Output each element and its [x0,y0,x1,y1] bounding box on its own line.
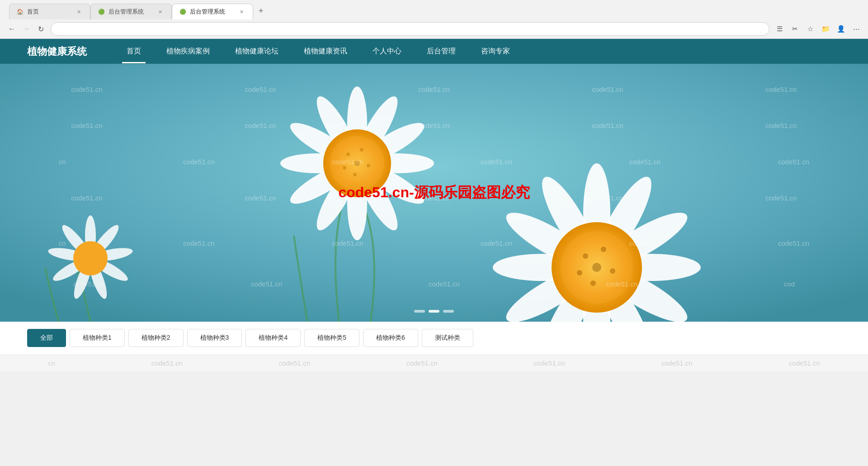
tab-1[interactable]: 🏠 首页 ✕ [9,4,90,19]
collections-icon[interactable]: 📁 [819,23,832,35]
site-logo: 植物健康系统 [27,45,87,58]
nav-news[interactable]: 植物健康资讯 [291,39,360,63]
tab-1-label: 首页 [27,8,39,16]
reload-button[interactable]: ↻ [34,23,47,35]
carousel-dots [414,310,454,313]
svg-point-18 [353,173,357,176]
cat-test[interactable]: 测试种类 [422,329,473,347]
svg-point-37 [610,268,615,274]
tab-bar: 🏠 首页 ✕ 🟢 后台管理系统 ✕ 🟢 后台管理系统 ✕ + [5,3,274,19]
category-bar: 全部 植物种类1 植物种类2 植物种类3 植物种类4 植物种类5 植物种类6 测… [0,322,868,355]
bottom-watermark-bar: cn code51.cn code51.cn code51.cn code51.… [0,355,868,371]
tab-2-close[interactable]: ✕ [156,8,164,16]
hero-center-text: code51.cn-源码乐园盗图必究 [338,183,529,203]
nav-disease-cases[interactable]: 植物疾病案例 [154,39,222,63]
tab-3[interactable]: 🟢 后台管理系统 ✕ [172,4,253,19]
svg-point-39 [577,270,582,276]
site-nav: 植物健康系统 首页 植物疾病案例 植物健康论坛 植物健康资讯 个人中心 后台管理… [0,39,868,64]
carousel-dot-1[interactable] [414,310,425,313]
bottom-wm3: code51.cn [279,359,310,367]
address-bar: ← → ↻ localhost:8080/springbootx2t46/fro… [0,19,868,38]
svg-point-35 [583,253,588,259]
nav-consult[interactable]: 咨询专家 [468,39,523,63]
browser-chrome: 🏠 首页 ✕ 🟢 后台管理系统 ✕ 🟢 后台管理系统 ✕ + ← → ↻ [0,0,868,39]
bottom-wm7: code51.cn [788,359,820,367]
svg-point-50 [73,241,108,276]
address-input[interactable]: localhost:8080/springbootx2t46/front/ind… [51,22,769,36]
bottom-wm4: code51.cn [406,359,438,367]
cat-6[interactable]: 植物种类6 [363,329,418,347]
cat-all[interactable]: 全部 [27,329,66,347]
profile-icon[interactable]: 👤 [835,23,847,35]
reader-view-icon[interactable]: ☰ [773,23,786,35]
bottom-wm2: code51.cn [151,359,183,367]
tab-3-favicon: 🟢 [179,9,186,15]
bottom-wm5: code51.cn [534,359,565,367]
cat-3[interactable]: 植物种类3 [187,329,242,347]
nav-home[interactable]: 首页 [114,39,154,63]
svg-point-15 [346,152,350,156]
hero-banner: code51.cn code51.cn code51.cn code51.cn … [0,64,868,322]
nav-controls: ← → ↻ [5,23,47,35]
cat-2[interactable]: 植物种类2 [128,329,184,347]
svg-point-38 [590,281,596,286]
more-icon[interactable]: ⋯ [850,23,863,35]
back-button[interactable]: ← [5,23,18,35]
tab-3-close[interactable]: ✕ [238,8,245,16]
web-capture-icon[interactable]: ✂ [788,23,801,35]
nav-forum[interactable]: 植物健康论坛 [222,39,291,63]
forward-button[interactable]: → [20,23,33,35]
tab-3-label: 后台管理系统 [190,8,225,16]
new-tab-button[interactable]: + [253,3,269,19]
svg-point-17 [367,164,370,167]
carousel-dot-2[interactable] [429,310,439,313]
nav-links: 首页 植物疾病案例 植物健康论坛 植物健康资讯 个人中心 后台管理 咨询专家 [114,39,841,63]
favorites-icon[interactable]: ☆ [804,23,816,35]
tab-1-favicon: 🏠 [17,9,24,15]
toolbar-icons: ☰ ✂ ☆ 📁 👤 ⋯ [773,23,863,35]
tab-2-favicon: 🟢 [98,9,105,15]
tab-2-label: 后台管理系统 [108,8,144,16]
svg-point-20 [354,161,360,166]
carousel-dot-3[interactable] [443,310,454,313]
svg-point-40 [592,263,601,272]
tab-2[interactable]: 🟢 后台管理系统 ✕ [90,4,172,19]
tab-1-close[interactable]: ✕ [75,8,83,16]
bottom-wm6: code51.cn [661,359,692,367]
cat-4[interactable]: 植物种类4 [245,329,301,347]
svg-point-36 [601,247,606,252]
bottom-wm1: cn [48,359,55,367]
title-bar: 🏠 首页 ✕ 🟢 后台管理系统 ✕ 🟢 后台管理系统 ✕ + [0,0,868,19]
cat-5[interactable]: 植物种类5 [304,329,359,347]
nav-admin[interactable]: 后台管理 [414,39,468,63]
cat-1[interactable]: 植物种类1 [70,329,125,347]
svg-point-16 [360,148,363,152]
svg-point-19 [343,166,346,170]
nav-personal-center[interactable]: 个人中心 [360,39,414,63]
